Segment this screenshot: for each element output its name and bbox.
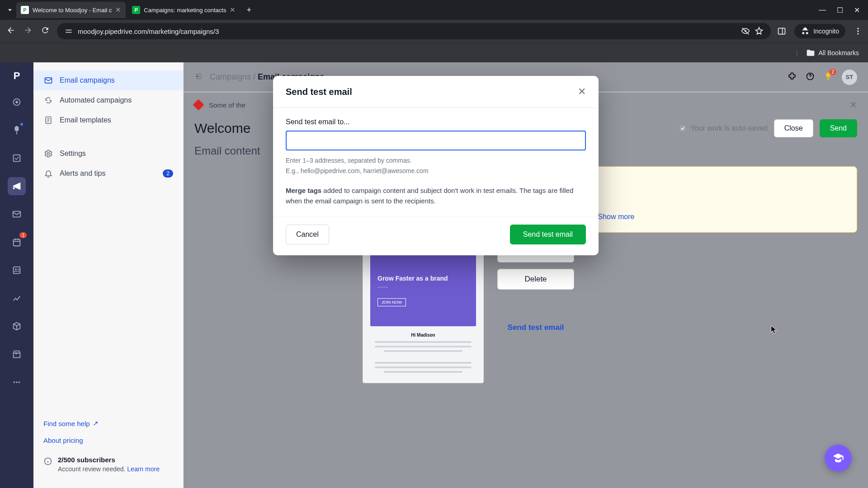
reload-icon [41,26,50,35]
svg-rect-10 [14,239,20,246]
rail-mail-icon[interactable] [8,205,26,223]
panel-item-label: Email templates [60,116,111,124]
send-button[interactable]: Send [820,119,857,137]
back-button[interactable] [5,26,16,37]
tab-close-icon[interactable]: ✕ [115,6,121,14]
rail-insights-icon[interactable] [8,289,26,307]
rail-more-icon[interactable] [8,373,26,391]
graduation-cap-icon [832,452,844,465]
arrow-right-icon [24,26,33,35]
preview-cta: JOIN NOW [377,298,406,306]
preview-hero-title: Grow Faster as a brand [377,274,469,282]
tab-title: Campaigns: marketing contacts [144,7,226,14]
browser-toolbar: moodjoy.pipedrive.com/marketing/campaign… [0,20,868,42]
dismiss-warning-icon[interactable]: ✕ [849,99,857,110]
email-preview-thumbnail: x Grow Faster as a brand ──── JOIN NOW H… [363,242,484,383]
pipedrive-favicon-icon: P [132,6,140,14]
help-fab[interactable] [825,445,852,472]
send-test-email-button[interactable]: Send test email [510,225,586,244]
preview-greeting: Hi Madison [370,333,476,338]
tab-search-dropdown[interactable] [4,4,16,16]
panel-item-templates[interactable]: Email templates [33,110,183,130]
warning-diamond-icon [193,99,204,110]
rail-marketplace-icon[interactable] [8,345,26,363]
rail-badge: 1 [19,232,27,238]
send-test-email-modal: Send test email ✕ Send test email to... … [273,76,599,255]
bookmarks-bar: | All Bookmarks [0,42,868,62]
close-button[interactable]: Close [774,119,813,137]
svg-point-4 [857,30,859,32]
pipedrive-logo-icon[interactable]: P [9,69,24,83]
learn-more-link[interactable]: Learn more [127,465,160,473]
forward-button [23,26,33,37]
send-test-link[interactable]: Send test email [497,323,574,332]
svg-rect-1 [778,28,785,34]
nav-rail: P 1 [0,62,33,488]
subscriber-count: 2/500 subscribers [58,456,160,464]
modal-title: Send test email [286,87,352,97]
incognito-icon [801,27,810,36]
recipients-input[interactable] [286,131,586,150]
automation-icon [43,96,53,105]
panel-item-automated[interactable]: Automated campaigns [33,90,183,110]
svg-point-13 [14,381,15,383]
rail-projects-icon[interactable] [8,149,26,167]
new-tab-button[interactable]: + [242,5,256,15]
svg-point-5 [857,33,859,34]
whats-new-icon[interactable] [824,72,833,83]
collapse-sidebar-icon[interactable] [194,72,203,83]
panel-item-settings[interactable]: Settings [33,144,183,164]
maximize-icon[interactable]: ☐ [837,6,843,14]
close-window-icon[interactable]: ✕ [854,6,860,14]
svg-point-7 [15,101,18,103]
svg-rect-11 [14,267,20,274]
url-text: moodjoy.pipedrive.com/marketing/campaign… [78,28,736,35]
star-icon[interactable] [755,27,764,36]
url-bar[interactable]: moodjoy.pipedrive.com/marketing/campaign… [57,23,771,39]
panel-item-email-campaigns[interactable]: Email campaigns [33,70,183,90]
browser-tab-inactive[interactable]: P Campaigns: marketing contacts ✕ [127,2,240,18]
template-icon [43,116,53,125]
find-help-link[interactable]: Find some help ↗ [33,415,183,432]
about-pricing-link[interactable]: About pricing [33,432,183,449]
subscriber-status: 2/500 subscribers Account review needed.… [33,449,183,480]
rail-leads-icon[interactable] [8,93,26,111]
check-circle-icon [678,124,687,133]
all-bookmarks-link[interactable]: All Bookmarks [819,49,859,56]
rail-products-icon[interactable] [8,317,26,335]
svg-point-15 [19,381,20,383]
user-avatar[interactable]: ST [842,70,857,85]
kebab-menu-icon[interactable] [854,27,863,36]
autosave-status: Your work is auto-saved [678,124,768,133]
cancel-button[interactable]: Cancel [286,225,329,244]
rail-campaigns-icon[interactable] [8,177,26,195]
side-panel-icon[interactable] [777,27,786,36]
panel-item-label: Email campaigns [60,76,115,84]
chevron-down-icon [5,5,14,14]
minimize-icon[interactable]: — [819,6,826,14]
eye-off-icon[interactable] [741,27,750,36]
svg-point-14 [16,381,18,383]
delete-button[interactable]: Delete [497,269,574,290]
help-icon[interactable] [806,72,815,83]
site-info-icon[interactable] [64,27,73,36]
svg-point-21 [679,125,686,132]
envelope-icon [43,76,53,85]
rail-deals-icon[interactable] [8,121,26,139]
mouse-cursor-icon [769,325,778,337]
browser-tab-active[interactable]: P Welcome to Moodjoy - Email c ✕ [16,2,126,18]
warning-text: Some of the [209,101,245,109]
reload-button[interactable] [40,26,51,37]
alerts-badge: 2 [163,169,173,178]
modal-close-icon[interactable]: ✕ [578,86,586,98]
panel-item-alerts[interactable]: Alerts and tips 2 [33,164,183,183]
breadcrumb-root[interactable]: Campaigns [210,72,251,81]
separator: | [796,49,798,56]
rail-activities-icon[interactable]: 1 [8,233,26,251]
rail-contacts-icon[interactable] [8,261,26,279]
tab-close-icon[interactable]: ✕ [230,6,236,14]
extensions-icon[interactable] [788,72,797,83]
recipients-label: Send test email to... [286,118,586,126]
browser-tab-strip: P Welcome to Moodjoy - Email c ✕ P Campa… [0,0,868,20]
tab-title: Welcome to Moodjoy - Email c [33,7,112,14]
